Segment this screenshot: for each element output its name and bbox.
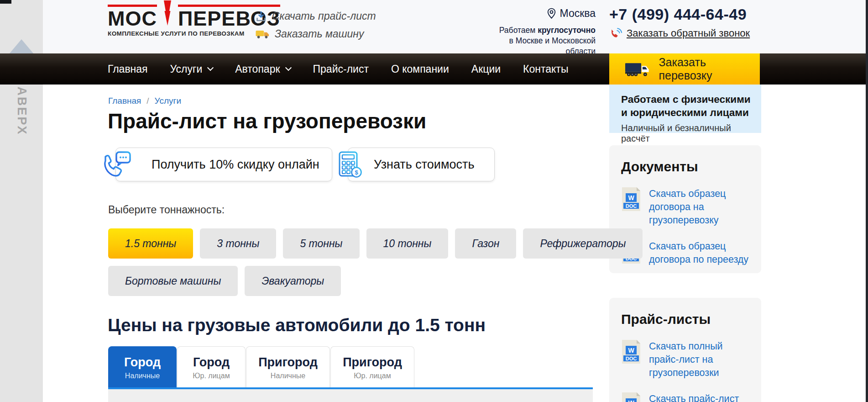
order-transport-label: Заказать перевозку [659, 56, 760, 82]
page-title: Прайс-лист на грузоперевозки [108, 109, 426, 133]
location-block: Москва Работаем круглосуточно в Москве и… [488, 7, 596, 56]
nav-item-contacts-label: Контакты [523, 63, 568, 75]
nav-item-about-label: О компании [391, 63, 449, 75]
callback-link[interactable]: Заказать обратный звонок [609, 27, 764, 40]
tab-suburb-cash[interactable]: Пригород Наличные [246, 346, 330, 387]
discount-online-button[interactable]: Получить 10% скидку онлайн [115, 148, 332, 181]
nav-item-home[interactable]: Главная [108, 63, 148, 75]
nav-item-pricelist-label: Прайс-лист [313, 63, 369, 75]
nav-item-promos[interactable]: Акции [471, 63, 501, 75]
nav-item-fleet[interactable]: Автопарк [235, 63, 290, 75]
doc-file-icon: W DOC [621, 187, 641, 211]
svg-text:DOC: DOC [626, 356, 637, 361]
tab-suburb-legal[interactable]: Пригород Юр. лицам [330, 346, 414, 387]
kremlin-tower-icon [158, 0, 177, 26]
city-selector[interactable]: Москва [547, 7, 596, 20]
calc-cost-label: Узнать стоимость [374, 158, 474, 172]
info-line2: и юридическими лицами [621, 107, 749, 118]
work-hours-region: в Москве и Московской области [509, 36, 596, 56]
logo[interactable]: МОС ПЕРЕВОЗ КОМПЛЕКСНЫЕ УСЛУГИ ПО ПЕРЕВО… [108, 5, 240, 37]
logo-subtitle: КОМПЛЕКСНЫЕ УСЛУГИ ПО ПЕРЕВОЗКАМ [108, 30, 240, 37]
tab-subtitle: Юр. лицам [178, 372, 245, 380]
info-note: Наличный и безналичный расчёт [621, 123, 761, 144]
nav-item-services-label: Услуги [170, 63, 203, 75]
price-lists-title: Прайс-листы [621, 312, 749, 327]
tonnage-label: Выберите тоннажность: [108, 204, 225, 216]
logo-text-mos: МОС [108, 5, 157, 29]
doc-file-icon: W DOC [621, 340, 641, 364]
nav-item-pricelist[interactable]: Прайс-лист [313, 63, 369, 75]
order-transport-button[interactable]: Заказать перевозку [609, 53, 760, 85]
chevron-down-icon [207, 64, 214, 71]
tonnage-option-3t[interactable]: 3 тонны [200, 228, 276, 259]
location-pin-icon [547, 8, 556, 19]
order-truck-link[interactable]: Заказать машину [256, 28, 376, 40]
section-title: Цены на грузовые автомобили до 1.5 тонн [108, 315, 486, 335]
tonnage-option-flatbed[interactable]: Бортовые машины [108, 266, 238, 296]
city-name: Москва [559, 7, 596, 20]
tab-city-legal[interactable]: Город Юр. лицам [177, 346, 246, 387]
pricelist-link-label: Скачать полный прайс-лист на грузоперево… [649, 340, 749, 380]
work-hours-prefix: Работаем [499, 26, 538, 35]
nav-item-promos-label: Акции [471, 63, 501, 75]
doc-file-icon: W DOC [621, 392, 641, 402]
callback-phone-icon [609, 27, 622, 40]
chevron-down-icon [285, 64, 291, 71]
nav-item-about[interactable]: О компании [391, 63, 449, 75]
tonnage-option-1-5t[interactable]: 1.5 тонны [108, 228, 193, 259]
download-pricelist-link[interactable]: Скачать прайс-лист [256, 10, 376, 22]
breadcrumb: Главная / Услуги [108, 96, 181, 106]
scrollbar[interactable] [866, 0, 868, 402]
breadcrumb-services[interactable]: Услуги [155, 96, 181, 106]
document-link-label: Скачать образец договора по переезду [649, 240, 749, 266]
price-table-top [108, 389, 593, 402]
breadcrumb-home[interactable]: Главная [108, 96, 141, 106]
tonnage-option-gazon[interactable]: Газон [455, 228, 516, 259]
truck-icon [625, 61, 651, 77]
documents-title: Документы [621, 159, 749, 175]
header-quick-links: Скачать прайс-лист Заказать машину [256, 10, 376, 40]
tonnage-option-refrigerators[interactable]: Рефрижераторы [523, 228, 643, 259]
up-arrow-icon [9, 39, 34, 54]
calc-cost-button[interactable]: $ Узнать стоимость [348, 148, 495, 181]
download-pricelist-label: Скачать прайс-лист [272, 10, 376, 22]
calculator-icon: $ [335, 151, 364, 179]
svg-text:DOC: DOC [626, 203, 637, 209]
work-hours-bold: круглосуточно [538, 26, 596, 35]
tonnage-option-5t[interactable]: 5 тонны [283, 228, 359, 259]
nav-item-home-label: Главная [108, 63, 148, 75]
info-line1: Работаем с физическими [621, 94, 751, 105]
nav-item-fleet-label: Автопарк [235, 63, 280, 75]
tonnage-option-10t[interactable]: 10 тонны [366, 228, 449, 259]
tab-title: Пригород [331, 355, 414, 370]
phone-chat-icon [99, 150, 132, 180]
tab-title: Пригород [246, 355, 329, 370]
svg-text:W: W [628, 399, 634, 402]
svg-text:$: $ [355, 169, 358, 176]
tab-title: Город [178, 355, 245, 370]
pricelist-link-full[interactable]: W DOC Скачать полный прайс-лист на грузо… [621, 340, 749, 380]
main-navigation: Главная Услуги Автопарк Прайс-лист О ком… [0, 53, 867, 85]
browser-corner-artifact [0, 0, 11, 4]
nav-item-services[interactable]: Услуги [170, 63, 213, 75]
nav-item-contacts[interactable]: Контакты [523, 63, 568, 75]
order-truck-label: Заказать машину [275, 28, 364, 40]
page: НАВЕРХ МОС ПЕРЕВОЗ КОМПЛЕКСНЫЕ УСЛУГИ ПО… [0, 0, 868, 402]
phone-number[interactable]: +7 (499) 444-64-49 [609, 5, 764, 23]
truck-small-icon [256, 30, 269, 39]
pricelist-link-15t[interactable]: W DOC Скачать прайс-лист (до 1,5 тонн) [621, 392, 749, 402]
discount-online-label: Получить 10% скидку онлайн [152, 158, 319, 172]
callback-label: Заказать обратный звонок [627, 27, 750, 39]
clients-info-box: Работаем с физическими и юридическими ли… [609, 85, 761, 133]
tonnage-option-towtrucks[interactable]: Эвакуаторы [245, 266, 341, 296]
back-to-top-label: НАВЕРХ [15, 76, 29, 136]
document-link-contract-cargo[interactable]: W DOC Скачать образец договора на грузоп… [621, 187, 749, 227]
pricelist-link-label: Скачать прайс-лист (до 1,5 тонн) [649, 392, 749, 402]
tab-subtitle: Наличные [109, 372, 176, 380]
nav-menu: Главная Услуги Автопарк Прайс-лист О ком… [108, 53, 568, 85]
tonnage-options-row2: Бортовые машины Эвакуаторы [108, 266, 341, 296]
download-icon [256, 11, 267, 22]
header: МОС ПЕРЕВОЗ КОМПЛЕКСНЫЕ УСЛУГИ ПО ПЕРЕВО… [43, 0, 867, 53]
phone-block: +7 (499) 444-64-49 Заказать обратный зво… [609, 5, 764, 40]
tab-city-cash[interactable]: Город Наличные [108, 346, 177, 389]
